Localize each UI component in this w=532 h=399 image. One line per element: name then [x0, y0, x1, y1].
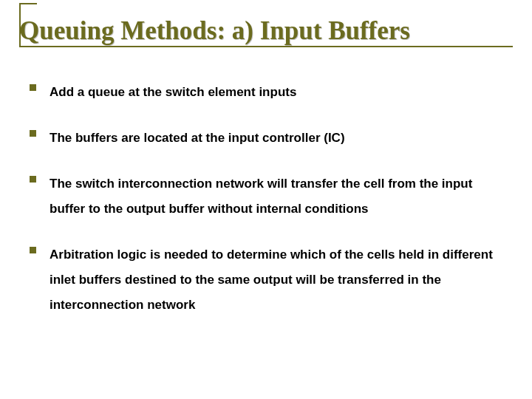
title-corner-top — [19, 3, 37, 4]
list-item: The buffers are located at the input con… — [30, 126, 502, 151]
list-item-text: The buffers are located at the input con… — [50, 126, 502, 151]
list-item-text: Add a queue at the switch element inputs — [50, 80, 502, 105]
content-area: Add a queue at the switch element inputs… — [30, 80, 502, 338]
list-item-text: The switch interconnection network will … — [50, 171, 502, 222]
list-item-text: Arbitration logic is needed to determine… — [50, 242, 502, 318]
list-item: Arbitration logic is needed to determine… — [30, 242, 502, 318]
square-bullet-icon — [30, 84, 36, 91]
square-bullet-icon — [30, 176, 36, 183]
slide: Queuing Methods: a) Input Buffers Add a … — [0, 0, 532, 399]
slide-title: Queuing Methods: a) Input Buffers — [19, 12, 513, 46]
square-bullet-icon — [30, 247, 36, 253]
title-underline — [19, 46, 513, 47]
square-bullet-icon — [30, 130, 36, 137]
list-item: Add a queue at the switch element inputs — [30, 80, 502, 105]
list-item: The switch interconnection network will … — [30, 171, 502, 222]
